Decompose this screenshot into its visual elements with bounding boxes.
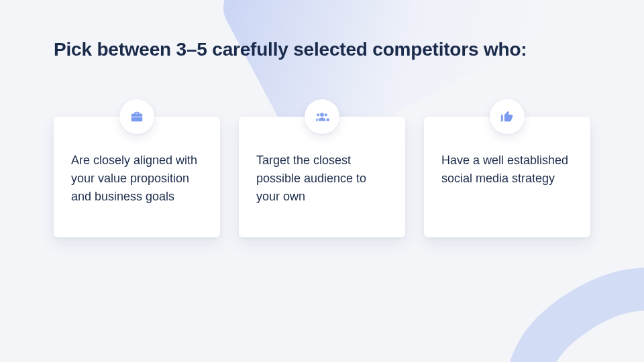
card-text: Target the closest possible audience to … [256, 152, 388, 206]
cards-row: Are closely aligned with your value prop… [54, 117, 590, 237]
thumbs-up-icon [490, 99, 525, 134]
group-icon [305, 99, 339, 134]
card-text: Have a well established social media str… [441, 152, 573, 188]
briefcase-icon [119, 99, 154, 134]
card-value-proposition: Are closely aligned with your value prop… [54, 117, 220, 237]
slide-container: Pick between 3–5 carefully selected comp… [0, 0, 644, 362]
card-audience: Target the closest possible audience to … [239, 117, 405, 237]
card-text: Are closely aligned with your value prop… [71, 152, 203, 206]
slide-title: Pick between 3–5 carefully selected comp… [54, 39, 590, 60]
card-strategy: Have a well established social media str… [424, 117, 590, 237]
